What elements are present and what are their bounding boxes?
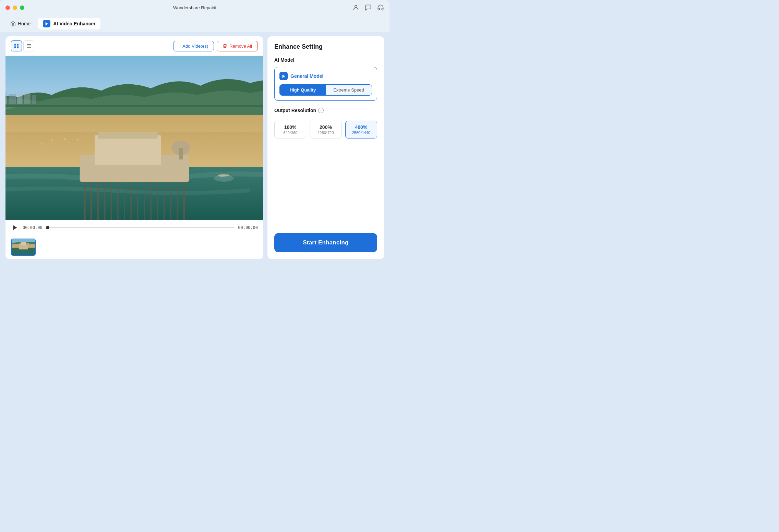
svg-point-24 <box>91 142 92 144</box>
view-toggle <box>11 40 34 51</box>
svg-rect-5 <box>17 46 19 48</box>
svg-rect-27 <box>95 135 161 165</box>
title-icon-group <box>352 4 384 11</box>
video-controls: 00:00:00 00:00:00 <box>5 220 263 235</box>
add-videos-label: + Add Video(s) <box>179 44 208 49</box>
info-icon[interactable]: i <box>318 108 324 113</box>
svg-rect-3 <box>17 44 19 46</box>
maximize-button[interactable] <box>20 5 24 10</box>
ai-enhancer-nav-icon <box>43 20 50 27</box>
toolbar: + Add Video(s) Remove All <box>5 36 263 56</box>
traffic-lights <box>5 5 24 10</box>
add-videos-button[interactable]: + Add Video(s) <box>173 41 214 51</box>
ai-model-card: General Model High Quality Extreme Speed <box>274 67 377 101</box>
grid-icon <box>14 43 19 49</box>
progress-bar[interactable] <box>46 227 235 228</box>
play-button[interactable] <box>11 223 19 232</box>
ai-enhancer-nav-label: AI Video Enhancer <box>53 21 95 26</box>
start-enhancing-label: Start Enhancing <box>303 239 348 246</box>
svg-point-18 <box>57 141 59 143</box>
svg-rect-4 <box>14 46 16 48</box>
grid-view-button[interactable] <box>11 40 22 51</box>
right-panel: Enhance Setting AI Model General Model H… <box>267 36 384 259</box>
quality-toggle: High Quality Extreme Speed <box>279 84 372 96</box>
svg-point-19 <box>64 138 66 140</box>
output-resolution-label: Output Resolution <box>274 108 316 113</box>
res-200-dim: 1280*720 <box>313 131 338 135</box>
progress-handle[interactable] <box>46 226 49 229</box>
left-panel: + Add Video(s) Remove All <box>5 36 263 259</box>
title-bar: Wondershare Repairit <box>0 0 389 15</box>
output-label-row: Output Resolution i <box>274 108 377 113</box>
high-quality-label: High Quality <box>290 87 316 93</box>
res-400-percent: 400% <box>348 124 374 130</box>
home-icon <box>10 21 16 26</box>
total-time: 00:00:00 <box>238 225 258 230</box>
svg-rect-14 <box>24 93 30 104</box>
list-icon <box>26 43 32 49</box>
res-400-dim: 2560*1440 <box>348 131 374 135</box>
play-icon <box>12 225 18 231</box>
list-view-button[interactable] <box>23 40 34 51</box>
enhance-settings-title: Enhance Setting <box>274 43 377 50</box>
extreme-speed-label: Extreme Speed <box>333 87 364 93</box>
svg-rect-28 <box>98 132 158 138</box>
resolution-options: 100% 640*360 200% 1280*720 400% 2560*144… <box>274 121 377 138</box>
user-icon[interactable] <box>352 4 359 11</box>
close-button[interactable] <box>5 5 10 10</box>
svg-marker-55 <box>282 74 285 78</box>
resolution-100-button[interactable]: 100% 640*360 <box>274 121 306 138</box>
video-preview <box>5 56 263 220</box>
thumb-scene <box>12 239 35 255</box>
high-quality-button[interactable]: High Quality <box>280 85 326 95</box>
svg-rect-2 <box>14 44 16 46</box>
res-200-percent: 200% <box>313 124 338 130</box>
svg-point-0 <box>355 5 357 8</box>
headphones-icon[interactable] <box>377 4 384 11</box>
svg-rect-15 <box>32 95 36 104</box>
svg-rect-11 <box>5 92 7 104</box>
resolution-200-button[interactable]: 200% 1280*720 <box>310 121 341 138</box>
svg-point-23 <box>41 143 43 145</box>
res-100-dim: 640*360 <box>277 131 303 135</box>
beach-scene-svg <box>5 56 263 220</box>
svg-rect-12 <box>9 94 16 104</box>
ai-video-enhancer-nav-item[interactable]: AI Video Enhancer <box>38 18 100 29</box>
thumbnail-image <box>12 239 35 255</box>
video-container <box>5 56 263 220</box>
minimize-button[interactable] <box>13 5 17 10</box>
svg-point-21 <box>77 138 79 141</box>
remove-all-label: Remove All <box>229 44 252 49</box>
svg-rect-30 <box>179 148 183 159</box>
svg-point-54 <box>26 243 29 246</box>
start-enhancing-button[interactable]: Start Enhancing <box>274 233 377 252</box>
chat-icon[interactable] <box>365 4 372 11</box>
thumbnails-row <box>5 235 263 259</box>
home-label: Home <box>18 21 31 26</box>
svg-point-20 <box>71 141 72 142</box>
ai-model-label: AI Model <box>274 57 377 63</box>
svg-point-22 <box>84 140 86 142</box>
remove-all-button[interactable]: Remove All <box>217 41 258 51</box>
resolution-400-button[interactable]: 400% 2560*1440 <box>345 121 377 138</box>
model-name: General Model <box>290 73 323 79</box>
home-nav-item[interactable]: Home <box>5 19 35 28</box>
svg-marker-1 <box>46 22 48 25</box>
general-model-icon <box>279 72 288 80</box>
extreme-speed-button[interactable]: Extreme Speed <box>326 85 372 95</box>
svg-rect-13 <box>17 92 22 104</box>
res-100-percent: 100% <box>277 124 303 130</box>
current-time: 00:00:00 <box>23 225 43 230</box>
video-thumbnail[interactable] <box>11 239 36 256</box>
model-header: General Model <box>279 72 372 80</box>
main-content: + Add Video(s) Remove All <box>0 32 389 265</box>
svg-rect-53 <box>21 242 26 245</box>
svg-point-17 <box>51 139 53 141</box>
window-title: Wondershare Repairit <box>173 5 216 10</box>
svg-marker-48 <box>13 225 17 230</box>
output-resolution-section: Output Resolution i 100% 640*360 200% 12… <box>274 108 377 138</box>
trash-icon <box>223 44 227 48</box>
nav-bar: Home AI Video Enhancer <box>0 15 389 32</box>
